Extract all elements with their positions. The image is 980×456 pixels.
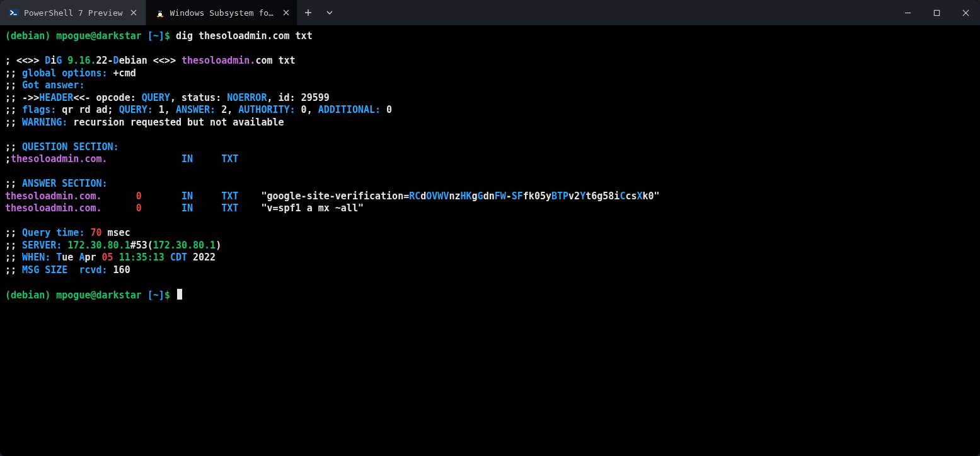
dig-header: ;; ->>HEADER<<- opcode: QUERY, status: N…: [5, 92, 330, 103]
minimize-icon: [904, 9, 911, 16]
close-window-button[interactable]: [951, 0, 980, 25]
dig-msg-size: ;; MSG SIZE rcvd: 160: [5, 264, 130, 276]
dig-answer-header: ;; ANSWER SECTION:: [5, 178, 108, 189]
title-bar[interactable]: PowerShell 7 Preview: [0, 0, 980, 25]
dig-opts: ;; global options: +cmd: [5, 67, 136, 79]
terminal-body[interactable]: (debian) mpogue@darkstar [~]$ dig thesol…: [0, 25, 980, 456]
dig-answer-2: thesoloadmin.com. 0 IN TXT "v=spf1 a mx …: [5, 202, 364, 214]
svg-rect-11: [934, 10, 939, 15]
prompt-line: (debian) mpogue@darkstar [~]$: [5, 30, 170, 42]
minimize-button[interactable]: [893, 0, 922, 25]
close-tab-button[interactable]: [282, 7, 290, 18]
chevron-down-icon: [326, 9, 333, 16]
svg-point-7: [161, 11, 161, 12]
dig-question: ;thesoloadmin.com. IN TXT: [5, 153, 238, 165]
dig-server: ;; SERVER: 172.30.80.1#53(172.30.80.1): [5, 240, 221, 251]
tab-label: Windows Subsystem for Linux P: [170, 8, 277, 18]
dig-banner: ; <<>> DiG 9.16.22-Debian <<>> thesoload…: [5, 55, 296, 66]
tab-label: PowerShell 7 Preview: [24, 8, 123, 18]
powershell-icon: [9, 8, 19, 18]
close-icon: [962, 9, 969, 16]
svg-rect-0: [9, 9, 19, 16]
title-drag-region[interactable]: [340, 0, 893, 25]
svg-point-8: [157, 16, 159, 17]
titlebar-actions: [297, 0, 340, 25]
close-tab-button[interactable]: [128, 7, 139, 18]
new-tab-button[interactable]: [297, 0, 319, 25]
window-controls: [893, 0, 980, 25]
tux-icon: [155, 8, 165, 18]
tab-wsl[interactable]: Windows Subsystem for Linux P: [146, 0, 297, 25]
dig-query-time: ;; Query time: 70 msec: [5, 227, 130, 238]
maximize-button[interactable]: [922, 0, 951, 25]
tab-powershell[interactable]: PowerShell 7 Preview: [0, 0, 146, 25]
dig-flags: ;; flags: qr rd ad; QUERY: 1, ANSWER: 2,…: [5, 104, 392, 115]
terminal-window: PowerShell 7 Preview: [0, 0, 980, 456]
plus-icon: [304, 9, 312, 16]
dig-question-header: ;; QUESTION SECTION:: [5, 141, 119, 153]
command-text: dig thesoloadmin.com txt: [176, 30, 313, 42]
svg-point-9: [161, 16, 163, 17]
tab-strip: PowerShell 7 Preview: [0, 0, 297, 25]
tab-dropdown-button[interactable]: [319, 0, 340, 25]
dig-when: ;; WHEN: Tue Apr 05 11:35:13 CDT 2022: [5, 252, 216, 263]
text-cursor: [177, 289, 182, 300]
maximize-icon: [933, 9, 940, 16]
dig-warning: ;; WARNING: recursion requested but not …: [5, 117, 284, 128]
dig-got: ;; Got answer:: [5, 79, 84, 91]
prompt-line-2: (debian) mpogue@darkstar [~]$: [5, 289, 170, 301]
svg-point-6: [159, 11, 159, 12]
close-icon: [130, 9, 137, 16]
dig-answer-1: thesoloadmin.com. 0 IN TXT "google-site-…: [5, 190, 660, 202]
close-icon: [283, 9, 289, 16]
